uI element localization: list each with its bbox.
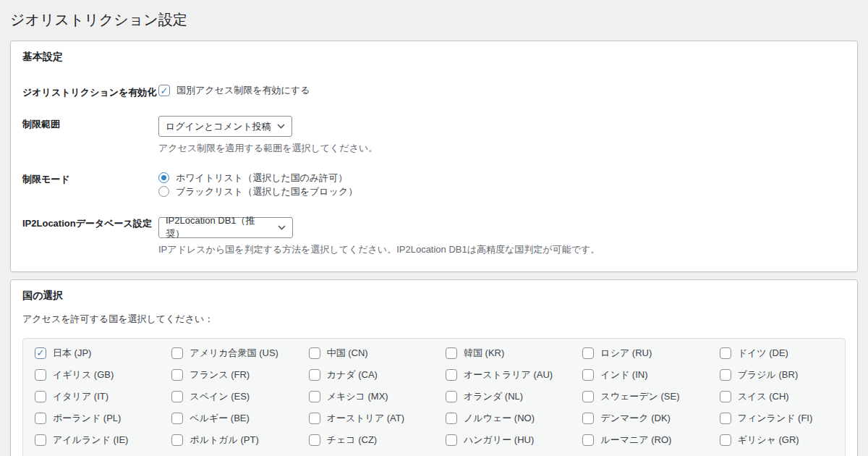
country-label: インド (IN) xyxy=(600,368,647,381)
country-checkbox[interactable] xyxy=(582,413,594,424)
country-checkbox-item[interactable]: スイス (CH) xyxy=(708,386,845,408)
country-checkbox-item[interactable]: ルーマニア (RO) xyxy=(571,429,707,451)
country-checkbox[interactable] xyxy=(171,434,183,446)
country-checkbox[interactable] xyxy=(309,391,320,402)
country-label: ハンガリー (HU) xyxy=(464,434,534,447)
country-checkbox-item[interactable]: エジプト (EG) xyxy=(571,451,707,456)
country-checkbox-item[interactable]: ブラジル (BR) xyxy=(708,364,845,386)
country-label: オランダ (NL) xyxy=(464,390,523,403)
country-checkbox-item[interactable]: ハンガリー (HU) xyxy=(434,429,571,451)
blacklist-radio-option[interactable]: ブラックリスト（選択した国をブロック） xyxy=(158,185,846,198)
country-checkbox[interactable] xyxy=(35,347,46,359)
country-checkbox-item[interactable]: イギリス (GB) xyxy=(23,364,160,386)
restriction-scope-value: ログインとコメント投稿 xyxy=(166,120,271,133)
country-selection-card: 国の選択 アクセスを許可する国を選択してください： 日本 (JP)アメリカ合衆国… xyxy=(10,279,858,456)
country-label: アイルランド (IE) xyxy=(53,434,128,447)
country-checkbox-item[interactable]: アメリカ合衆国 (US) xyxy=(160,342,297,364)
enable-geo-checkbox-label[interactable]: 国別アクセス制限を有効にする xyxy=(158,84,310,97)
country-checkbox-item[interactable]: イタリア (IT) xyxy=(23,386,160,408)
country-label: 中国 (CN) xyxy=(327,347,368,360)
country-checkbox[interactable] xyxy=(582,347,594,359)
country-checkbox[interactable] xyxy=(720,369,731,381)
country-label: 日本 (JP) xyxy=(53,347,91,360)
country-checkbox-item[interactable]: フランス (FR) xyxy=(160,364,297,386)
database-select[interactable]: IP2Location DB1（推奨） xyxy=(158,217,293,238)
country-checkbox[interactable] xyxy=(446,347,457,359)
country-checkbox[interactable] xyxy=(446,413,457,424)
whitelist-radio-option[interactable]: ホワイトリスト（選択した国のみ許可） xyxy=(158,171,846,185)
country-checkbox-item[interactable]: オランダ (NL) xyxy=(434,386,571,408)
enable-geo-checkbox[interactable] xyxy=(158,85,170,96)
country-label: デンマーク (DK) xyxy=(600,412,671,425)
country-checkbox-item[interactable]: ノルウェー (NO) xyxy=(434,408,571,429)
country-checkbox[interactable] xyxy=(171,413,183,424)
country-checkbox-item[interactable]: トルコ (TR) xyxy=(434,451,571,456)
country-checkbox-item[interactable]: カナダ (CA) xyxy=(297,364,434,386)
country-checkbox-item[interactable]: オーストリア (AT) xyxy=(297,408,434,429)
country-checkbox[interactable] xyxy=(171,347,183,359)
country-checkbox-item[interactable]: 中国 (CN) xyxy=(297,342,434,364)
country-checkbox[interactable] xyxy=(582,434,594,446)
country-checkbox-item[interactable]: ポーランド (PL) xyxy=(23,408,160,429)
country-checkbox[interactable] xyxy=(35,369,46,381)
country-checkbox[interactable] xyxy=(446,369,457,381)
country-label: ノルウェー (NO) xyxy=(464,412,535,425)
country-checkbox[interactable] xyxy=(582,391,594,402)
country-checkbox-item[interactable]: イスラエル (IL) xyxy=(23,451,160,456)
country-checkbox-item[interactable]: インド (IN) xyxy=(571,364,707,386)
restriction-scope-select[interactable]: ログインとコメント投稿 xyxy=(158,116,292,137)
country-label: フランス (FR) xyxy=(190,368,250,381)
country-checkbox[interactable] xyxy=(171,391,183,402)
country-checkbox[interactable] xyxy=(309,347,320,359)
country-checkbox-item[interactable]: スペイン (ES) xyxy=(160,386,297,408)
country-label: ギリシャ (GR) xyxy=(738,434,799,447)
country-checkbox-item[interactable]: オーストラリア (AU) xyxy=(434,364,571,386)
country-checkbox[interactable] xyxy=(446,391,457,402)
country-checkbox[interactable] xyxy=(35,391,46,402)
country-label: スウェーデン (SE) xyxy=(600,390,679,403)
country-checkbox-item[interactable]: ロシア (RU) xyxy=(571,342,707,364)
whitelist-radio[interactable] xyxy=(158,172,169,183)
chevron-down-icon xyxy=(277,124,285,129)
country-checkbox-item[interactable]: ドイツ (DE) xyxy=(708,342,845,364)
basic-settings-heading: 基本設定 xyxy=(22,51,846,64)
database-setting-row: IP2Locationデータベース設定 IP2Location DB1（推奨） … xyxy=(22,215,846,256)
blacklist-radio[interactable] xyxy=(158,186,169,197)
country-label: ロシア (RU) xyxy=(600,347,652,360)
country-checkbox-item[interactable]: アイルランド (IE) xyxy=(23,429,160,451)
country-label: ドイツ (DE) xyxy=(738,347,788,360)
country-label: カナダ (CA) xyxy=(327,368,378,381)
country-label: ポーランド (PL) xyxy=(53,412,121,425)
country-checkbox-item[interactable]: ギリシャ (GR) xyxy=(708,429,845,451)
country-checkbox-item[interactable]: メキシコ (MX) xyxy=(297,386,434,408)
country-checkbox-item[interactable]: デンマーク (DK) xyxy=(571,408,707,429)
country-checkbox-item[interactable]: 日本 (JP) xyxy=(23,342,160,364)
country-checkbox-item[interactable]: 南アフリカ (ZA) xyxy=(708,451,845,456)
country-checkbox[interactable] xyxy=(720,347,731,359)
restriction-scope-label: 制限範囲 xyxy=(22,116,158,154)
country-checkbox[interactable] xyxy=(171,369,183,381)
country-checkbox[interactable] xyxy=(582,369,594,381)
country-checkbox[interactable] xyxy=(309,413,320,424)
enable-geo-checkbox-text: 国別アクセス制限を有効にする xyxy=(176,84,310,97)
country-checkbox[interactable] xyxy=(446,434,457,446)
country-checkbox[interactable] xyxy=(309,434,320,446)
basic-settings-card: 基本設定 ジオリストリクションを有効化 国別アクセス制限を有効にする 制限範囲 … xyxy=(10,41,858,272)
country-checkbox[interactable] xyxy=(720,434,731,446)
country-label: ブラジル (BR) xyxy=(738,368,799,381)
country-checkbox[interactable] xyxy=(720,391,731,402)
country-checkbox-item[interactable]: ベルギー (BE) xyxy=(160,408,297,429)
restriction-scope-description: アクセス制限を適用する範囲を選択してください。 xyxy=(158,142,846,154)
country-checkbox[interactable] xyxy=(309,369,320,381)
country-checkbox-item[interactable]: チェコ (CZ) xyxy=(297,429,434,451)
country-label: オーストリア (AT) xyxy=(327,412,404,425)
country-checkbox-item[interactable]: サウジアラビア (SA) xyxy=(297,451,434,456)
country-checkbox-item[interactable]: ポルトガル (PT) xyxy=(160,429,297,451)
country-checkbox-item[interactable]: 韓国 (KR) xyxy=(434,342,571,364)
country-checkbox[interactable] xyxy=(35,413,46,424)
country-checkbox[interactable] xyxy=(720,413,731,424)
country-checkbox[interactable] xyxy=(35,434,46,446)
country-checkbox-item[interactable]: スウェーデン (SE) xyxy=(571,386,707,408)
country-checkbox-item[interactable]: フィンランド (FI) xyxy=(708,408,845,429)
country-checkbox-item[interactable]: アラブ首長国連邦 (AE) xyxy=(160,451,297,456)
